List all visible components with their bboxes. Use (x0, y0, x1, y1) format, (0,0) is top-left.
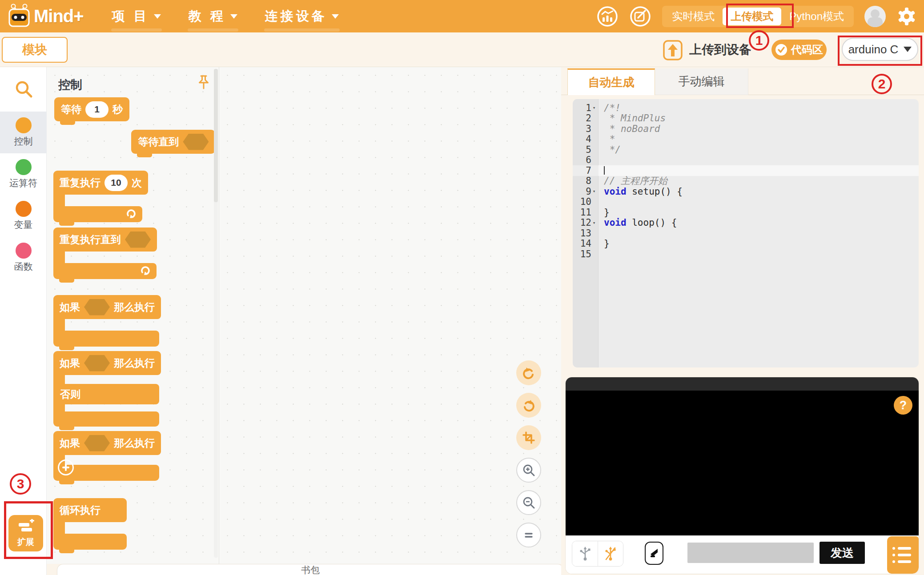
backpack-bar[interactable]: 书包 (57, 564, 564, 575)
menu-connect-device-label: 连接设备 (265, 8, 327, 25)
serial-settings-button[interactable] (887, 536, 919, 574)
category-dot-icon (16, 159, 32, 175)
code-panel: 自动生成 手动编辑 1▾/*!2 * MindPlus3 * noBoard4 … (561, 67, 924, 575)
menu-project[interactable]: 项 目 (111, 5, 162, 28)
upload-to-device-label: 上传到设备 (689, 41, 751, 58)
text-cursor (604, 166, 605, 175)
block-boolean-slot[interactable] (125, 232, 151, 248)
clear-output-button[interactable] (645, 542, 663, 565)
menu-tutorial-label: 教 程 (189, 8, 226, 25)
clear-icon (649, 548, 659, 559)
upload-to-device-button[interactable]: 上传到设备 (663, 39, 751, 61)
block-label: 如果 (60, 300, 80, 314)
zoom-reset-button[interactable] (516, 523, 541, 547)
code-line: 3 * noBoard (573, 124, 919, 134)
block-label: 循环执行 (60, 503, 100, 517)
serial-monitor-header[interactable] (566, 377, 919, 391)
chevron-down-icon (230, 14, 237, 19)
tab-modules[interactable]: 模块 (2, 37, 68, 63)
sidebar-item-2[interactable]: 变量 (0, 195, 47, 237)
block-wait-seconds[interactable]: 等待 1 秒 (54, 97, 129, 121)
fold-arrow-icon[interactable]: ▾ (591, 220, 597, 226)
block-c-spine (53, 195, 65, 206)
top-bar: Mind+ 项 目 教 程 连接设备 (0, 0, 924, 32)
mode-python-button[interactable]: Python模式 (781, 8, 852, 25)
extensions-label: 扩展 (17, 536, 34, 548)
block-c-bottom (53, 206, 142, 222)
send-button[interactable]: 发送 (820, 542, 865, 564)
zoom-reset-icon (523, 529, 534, 541)
sidebar-item-0[interactable]: 控制 (0, 112, 47, 153)
avatar[interactable] (864, 6, 886, 27)
block-c-bottom (53, 534, 127, 550)
undo-icon (522, 366, 535, 379)
block-label: 重复执行 (60, 176, 100, 190)
gear-icon[interactable] (896, 6, 917, 27)
topbar-right-cluster: 实时模式 上传模式 Python模式 (596, 0, 917, 32)
serial-monitor-output[interactable]: ? (566, 391, 919, 535)
block-if-then[interactable]: 如果 那么执行 (53, 295, 161, 347)
block-boolean-slot[interactable] (183, 134, 209, 150)
mode-upload-button[interactable]: 上传模式 (723, 8, 781, 25)
block-repeat-until[interactable]: 重复执行直到 (53, 228, 157, 279)
tab-manual-edit[interactable]: 手动编辑 (655, 68, 748, 95)
fold-arrow-icon[interactable]: ▾ (591, 188, 597, 194)
block-repeat-times[interactable]: 重复执行 10 次 (53, 171, 148, 222)
crop-button[interactable] (516, 425, 541, 450)
tab-auto-generate[interactable]: 自动生成 (567, 68, 655, 95)
compose-icon[interactable] (629, 5, 651, 28)
community-icon[interactable] (596, 5, 619, 28)
block-wait-until[interactable]: 等待直到 (131, 130, 215, 154)
pin-icon[interactable] (196, 74, 211, 91)
menu-connect-device[interactable]: 连接设备 (264, 5, 340, 28)
code-editor[interactable]: 1▾/*!2 * MindPlus3 * noBoard4 *5 */678//… (573, 99, 919, 367)
chevron-down-icon (904, 47, 912, 52)
search-icon[interactable] (14, 80, 34, 99)
add-condition-icon[interactable] (58, 459, 74, 475)
block-if-then-extendable[interactable]: 如果 那么执行 (53, 431, 161, 481)
usb-disconnected-button[interactable] (598, 541, 623, 566)
usb-connected-button[interactable] (572, 541, 598, 566)
category-dot-icon (16, 243, 32, 259)
block-boolean-slot[interactable] (84, 299, 110, 315)
category-dot-icon (16, 201, 32, 217)
zoom-out-button[interactable] (516, 490, 541, 515)
mode-realtime-button[interactable]: 实时模式 (664, 8, 723, 25)
block-boolean-slot[interactable] (84, 355, 110, 371)
block-if-else[interactable]: 如果 那么执行 否则 (53, 351, 161, 427)
serial-monitor: ? (566, 377, 919, 574)
mindplus-logo[interactable]: Mind+ (6, 4, 84, 29)
block-boolean-slot[interactable] (84, 435, 110, 451)
block-palette: 控制 等待 1 秒 等待直到 重 (47, 67, 219, 564)
block-label: 秒 (112, 103, 123, 116)
scrollbar-thumb[interactable] (214, 69, 218, 202)
sidebar-item-3[interactable]: 函数 (0, 237, 47, 279)
extensions-button[interactable]: 扩展 (8, 515, 43, 551)
undo-button[interactable] (516, 360, 541, 385)
board-select-dropdown[interactable]: arduino C (842, 38, 918, 61)
help-button[interactable]: ? (894, 396, 912, 415)
usb-disconnected-icon (604, 546, 617, 561)
code-line: 7 (573, 165, 919, 176)
list-icon (892, 547, 919, 550)
block-label: 如果 (60, 436, 80, 450)
upload-icon (663, 39, 683, 61)
zoom-in-button[interactable] (516, 458, 541, 483)
redo-button[interactable] (516, 393, 541, 418)
block-label: 那么执行 (114, 436, 155, 450)
code-line: 8// 主程序开始 (573, 176, 919, 187)
menu-tutorial[interactable]: 教 程 (188, 5, 238, 28)
code-area-button[interactable]: 代码区 (771, 40, 827, 60)
serial-input[interactable] (687, 543, 814, 563)
fold-arrow-icon[interactable]: ▾ (591, 105, 597, 111)
block-forever-loop[interactable]: 循环执行 (53, 498, 127, 550)
palette-scrollbar[interactable] (214, 69, 218, 558)
block-label: 等待 (61, 103, 81, 116)
block-number-input[interactable]: 1 (85, 101, 108, 118)
code-line: 2 * MindPlus (573, 113, 919, 124)
sidebar-item-1[interactable]: 运算符 (0, 153, 47, 195)
code-line: 11} (573, 207, 919, 218)
block-number-input[interactable]: 10 (104, 175, 128, 191)
code-line: 6 (573, 155, 919, 166)
script-canvas[interactable] (219, 67, 561, 564)
